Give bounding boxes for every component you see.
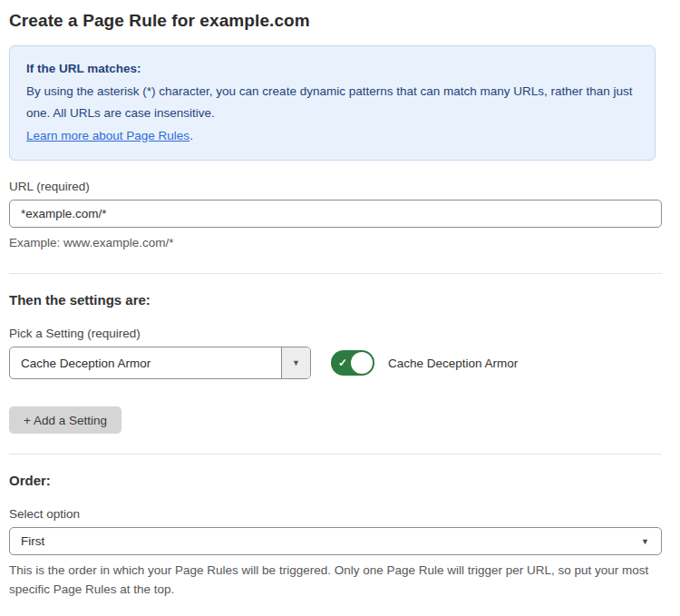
order-select-label: Select option: [9, 507, 662, 521]
order-section-heading: Order:: [9, 473, 662, 488]
url-match-info-box: If the URL matches: By using the asteris…: [9, 45, 656, 161]
setting-row: Cache Deception Armor ▼ ✓ Cache Deceptio…: [9, 347, 662, 379]
add-setting-button[interactable]: + Add a Setting: [9, 406, 121, 434]
order-helper-text: This is the order in which your Page Rul…: [9, 562, 662, 600]
info-box-body: By using the asterisk (*) character, you…: [26, 81, 638, 125]
toggle-knob: [351, 352, 373, 374]
info-box-link-line: Learn more about Page Rules.: [26, 125, 638, 148]
url-input[interactable]: [9, 200, 662, 228]
learn-more-link[interactable]: Learn more about Page Rules: [26, 129, 189, 142]
order-select-value: First: [21, 534, 44, 548]
link-suffix: .: [189, 129, 193, 142]
setting-picker-label: Pick a Setting (required): [9, 327, 662, 340]
chevron-down-icon: ▼: [641, 537, 649, 546]
setting-toggle[interactable]: ✓: [331, 350, 374, 376]
setting-dropdown[interactable]: Cache Deception Armor ▼: [9, 347, 311, 379]
url-field-label: URL (required): [9, 180, 662, 193]
order-select[interactable]: First ▼: [9, 527, 662, 555]
info-box-heading: If the URL matches:: [26, 58, 638, 81]
chevron-down-icon[interactable]: ▼: [281, 347, 310, 378]
divider: [9, 273, 662, 274]
page-title: Create a Page Rule for example.com: [9, 11, 662, 31]
setting-dropdown-value: Cache Deception Armor: [10, 347, 281, 378]
divider: [9, 454, 662, 455]
check-icon: ✓: [338, 357, 347, 369]
setting-toggle-label: Cache Deception Armor: [388, 357, 518, 370]
settings-section-heading: Then the settings are:: [9, 292, 662, 308]
url-example-helper: Example: www.example.com/*: [9, 234, 662, 253]
